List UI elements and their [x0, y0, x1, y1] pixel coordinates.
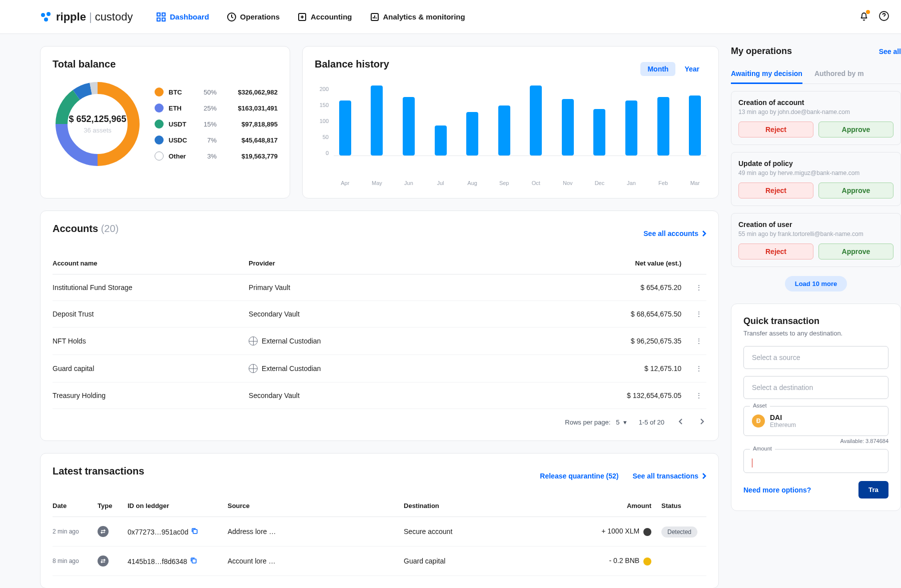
- coin-icon: [155, 104, 164, 112]
- tab-awaiting-decision[interactable]: Awaiting my decision: [731, 64, 802, 84]
- tab-authored-by-me[interactable]: Authored by m: [814, 64, 864, 84]
- notifications-button[interactable]: [859, 11, 869, 22]
- tx-date: 8 min ago: [53, 546, 98, 576]
- transfer-button[interactable]: Tra: [858, 481, 888, 498]
- help-icon: [879, 11, 889, 21]
- history-range-toggle: Month Year: [640, 62, 706, 76]
- toggle-year[interactable]: Year: [677, 62, 706, 76]
- amount-input[interactable]: Amount: [743, 449, 888, 473]
- prev-page-button[interactable]: [676, 416, 685, 428]
- release-quarantine-link[interactable]: Release quarantine (52): [540, 472, 618, 480]
- asset-row: USDT 15% $97,818,895: [155, 120, 278, 128]
- copy-button[interactable]: [191, 528, 198, 534]
- clock-icon: [227, 12, 236, 22]
- reject-button[interactable]: Reject: [738, 182, 813, 198]
- approve-button[interactable]: Approve: [818, 122, 893, 138]
- destination-select[interactable]: Select a destination: [743, 376, 888, 399]
- tx-source: Address lore …: [228, 517, 404, 546]
- page-range: 1-5 of 20: [639, 418, 664, 426]
- chart-bar: [556, 99, 579, 156]
- brand-logo: ripple | custody: [40, 10, 133, 24]
- col-account-name: Account name: [53, 252, 249, 274]
- reject-button[interactable]: Reject: [738, 122, 813, 138]
- accounts-pagination: Rows per page: 5 ▾ 1-5 of 20: [53, 409, 706, 428]
- chart-bar: [652, 97, 675, 156]
- next-page-button[interactable]: [697, 416, 706, 428]
- approve-button[interactable]: Approve: [818, 244, 893, 260]
- nav-operations-label: Operations: [240, 12, 280, 21]
- table-row[interactable]: Guard capital External Custodian $ 12,67…: [53, 355, 706, 382]
- chart-y-axis: 200150100500: [315, 86, 329, 156]
- asset-symbol: ETH: [169, 104, 192, 112]
- operation-meta: 13 min ago by john.doe@bank-name.com: [738, 108, 893, 116]
- table-row[interactable]: Treasury Holding Secondary Vault $ 132,6…: [53, 382, 706, 409]
- load-more-button[interactable]: Load 10 more: [785, 276, 847, 292]
- row-actions-button[interactable]: ⋮: [691, 284, 706, 292]
- accounts-card: Accounts (20) See all accounts Account n…: [40, 210, 719, 441]
- tx-status: [651, 546, 706, 576]
- row-actions-button[interactable]: ⋮: [691, 337, 706, 345]
- asset-percent: 7%: [197, 136, 217, 144]
- col-id: ID on leddger: [128, 495, 228, 517]
- row-actions-button[interactable]: ⋮: [691, 310, 706, 318]
- nav-dashboard[interactable]: Dashboard: [157, 12, 209, 22]
- copy-button[interactable]: [190, 557, 197, 564]
- svg-rect-6: [162, 18, 165, 21]
- table-row[interactable]: Deposit Trust Secondary Vault $ 68,654,6…: [53, 301, 706, 328]
- chevron-right-icon: [701, 472, 706, 480]
- help-button[interactable]: [879, 11, 889, 22]
- svg-point-2: [44, 18, 48, 22]
- coin-icon: [155, 120, 164, 128]
- operation-title: Creation of account: [738, 98, 893, 106]
- reject-button[interactable]: Reject: [738, 244, 813, 260]
- balance-history-title: Balance history: [315, 58, 389, 70]
- total-balance-assets-count: 36 assets: [84, 126, 112, 134]
- need-more-options-link[interactable]: Need more options?: [743, 486, 811, 494]
- row-actions-button[interactable]: ⋮: [691, 392, 706, 400]
- asset-row: USDC 7% $45,648,817: [155, 136, 278, 144]
- globe-icon: [249, 364, 258, 373]
- operations-tabs: Awaiting my decision Authored by m: [731, 64, 901, 84]
- rows-per-page[interactable]: Rows per page: 5 ▾: [565, 418, 626, 426]
- tx-destination: Guard capital: [404, 546, 581, 576]
- accounts-title: Accounts (20): [53, 223, 119, 234]
- nav-accounting[interactable]: Accounting: [298, 12, 352, 22]
- account-provider: Primary Vault: [249, 274, 510, 301]
- tx-id: 0x77273…951ac0d: [128, 517, 228, 546]
- account-value: $ 68,654,675.50: [510, 301, 681, 328]
- toggle-month[interactable]: Month: [640, 62, 675, 76]
- swap-icon: [98, 556, 109, 566]
- asset-field-label: Asset: [750, 402, 770, 408]
- quick-transaction-subtitle: Transfer assets to any destination.: [743, 330, 888, 337]
- nav-analytics[interactable]: Analytics & monitoring: [370, 12, 465, 22]
- total-balance-amount: $ 652,125,965: [69, 114, 126, 124]
- see-all-operations-link[interactable]: See all: [879, 48, 901, 56]
- chart-bar: [493, 106, 516, 156]
- nav-operations[interactable]: Operations: [227, 12, 280, 22]
- see-all-accounts-link[interactable]: See all accounts: [643, 230, 706, 238]
- quick-transaction-title: Quick transaction: [743, 316, 888, 326]
- chevron-right-icon: [701, 230, 706, 237]
- svg-rect-3: [157, 13, 160, 16]
- chart-x-axis: AprMayJunJulAugSepOctNovDecJanFebMar: [334, 180, 706, 186]
- account-value: $ 132,654,675.05: [510, 382, 681, 409]
- asset-symbol: USDC: [169, 136, 192, 144]
- dai-icon: Ð: [752, 414, 765, 428]
- table-row[interactable]: NFT Holds External Custodian $ 96,250,67…: [53, 328, 706, 355]
- balance-donut-chart: $ 652,125,965 36 assets: [53, 79, 143, 169]
- asset-select[interactable]: Asset Ð DAI Ethereum: [743, 406, 888, 436]
- table-row[interactable]: Institutional Fund Storage Primary Vault…: [53, 274, 706, 301]
- asset-value: $19,563,779: [222, 152, 278, 160]
- see-all-transactions-link[interactable]: See all transactions: [632, 472, 706, 480]
- table-row[interactable]: 2 min ago 0x77273…951ac0d Address lore ……: [53, 517, 706, 546]
- chart-bar: [429, 126, 452, 156]
- coin-icon: [643, 558, 651, 566]
- approve-button[interactable]: Approve: [818, 182, 893, 198]
- source-select[interactable]: Select a source: [743, 346, 888, 369]
- col-net-value: Net value (est.): [510, 252, 681, 274]
- table-row[interactable]: 8 min ago 4145b18…f8d6348 Account lore ……: [53, 546, 706, 576]
- col-destination: Destination: [404, 495, 581, 517]
- row-actions-button[interactable]: ⋮: [691, 364, 706, 372]
- globe-icon: [249, 336, 258, 346]
- tx-amount: + 1000 XLM: [581, 517, 651, 546]
